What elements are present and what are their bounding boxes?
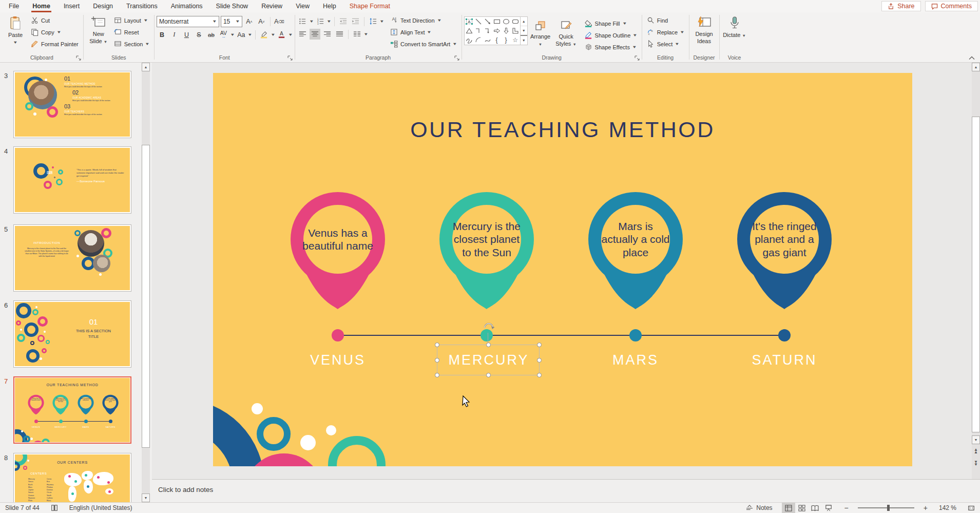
mercury-textbox-selection[interactable]: MERCURY bbox=[437, 345, 540, 375]
label-mercury[interactable]: MERCURY bbox=[422, 352, 555, 368]
numbering-dropdown-icon[interactable]: ▼ bbox=[326, 20, 332, 24]
slide-indicator[interactable]: Slide 7 of 44 bbox=[3, 503, 42, 513]
zoom-slider[interactable] bbox=[858, 507, 914, 508]
share-button[interactable]: Share bbox=[881, 1, 920, 11]
tab-shape-format[interactable]: Shape Format bbox=[343, 0, 397, 12]
character-spacing-dropdown-icon[interactable]: ▼ bbox=[230, 33, 235, 37]
section-button[interactable]: Section ▼ bbox=[111, 38, 152, 50]
new-slide-button[interactable]: NewSlide ▼ bbox=[86, 13, 111, 51]
gallery-down-icon[interactable]: ▼ bbox=[521, 26, 527, 35]
tab-insert[interactable]: Insert bbox=[57, 0, 86, 12]
rotation-handle-icon[interactable] bbox=[481, 321, 495, 334]
selection-handle-ne[interactable] bbox=[537, 343, 542, 347]
zoom-level[interactable]: 142 % bbox=[937, 503, 958, 513]
slide-editing-area[interactable]: OUR TEACHING METHOD Venus has a beautifu… bbox=[213, 73, 912, 466]
pin-shape-venus[interactable]: Venus has a beautiful name bbox=[286, 190, 389, 313]
change-case-button[interactable]: Aa bbox=[236, 29, 246, 40]
selection-handle-sw[interactable] bbox=[435, 373, 439, 377]
selection-handle-e[interactable] bbox=[537, 358, 542, 363]
tab-slide-show[interactable]: Slide Show bbox=[209, 0, 255, 12]
text-highlight-dropdown-icon[interactable]: ▼ bbox=[271, 33, 276, 37]
thumbnail-slide-7-selected[interactable]: OUR TEACHING METHOD Venus has a beautifu… bbox=[13, 376, 131, 444]
drawing-dialog-launcher[interactable] bbox=[635, 55, 640, 61]
slide-show-button[interactable] bbox=[822, 503, 835, 513]
select-button[interactable]: Select ▼ bbox=[644, 38, 687, 50]
layout-button[interactable]: Layout ▼ bbox=[111, 14, 152, 26]
tab-view[interactable]: View bbox=[289, 0, 316, 12]
rectangle-shape-icon[interactable] bbox=[492, 17, 502, 26]
shape-effects-button[interactable]: Shape Effects ▼ bbox=[582, 41, 640, 53]
oval-shape-icon[interactable] bbox=[502, 17, 511, 26]
tab-transitions[interactable]: Transitions bbox=[120, 0, 164, 12]
collapse-ribbon-icon[interactable] bbox=[969, 56, 975, 60]
canvas-vertical-scrollbar[interactable]: ▲ ▼ ▲▲ ▼▼ bbox=[972, 63, 980, 502]
thumbnail-slide-6[interactable]: 01 THIS IS A SECTION TITLE bbox=[13, 300, 131, 368]
pin-text-saturn[interactable]: It's the ringed planet and a gas giant bbox=[749, 203, 820, 275]
tab-help[interactable]: Help bbox=[316, 0, 343, 12]
font-color-dropdown-icon[interactable]: ▼ bbox=[288, 33, 293, 37]
label-venus[interactable]: VENUS bbox=[271, 352, 405, 368]
cut-button[interactable]: Cut bbox=[28, 14, 81, 26]
label-saturn[interactable]: SATURN bbox=[718, 352, 851, 368]
italic-button[interactable]: I bbox=[169, 29, 180, 40]
scribble-shape-icon[interactable] bbox=[465, 35, 474, 45]
timeline-dot-venus[interactable] bbox=[332, 329, 344, 341]
reading-view-button[interactable] bbox=[809, 503, 822, 513]
tab-review[interactable]: Review bbox=[255, 0, 289, 12]
align-left-button[interactable] bbox=[297, 29, 308, 40]
justify-button[interactable] bbox=[334, 29, 345, 40]
elbow-connector-icon[interactable] bbox=[474, 26, 483, 35]
pin-text-mars[interactable]: Mars is actually a cold place bbox=[600, 203, 671, 275]
decrease-font-size-button[interactable]: A˅ bbox=[256, 16, 267, 27]
copy-button[interactable]: Copy ▼ bbox=[28, 26, 81, 38]
change-case-dropdown-icon[interactable]: ▼ bbox=[247, 33, 253, 37]
left-brace-shape-icon[interactable]: { bbox=[492, 35, 502, 45]
line-shape-icon[interactable] bbox=[474, 17, 483, 26]
arrow-shape-icon[interactable] bbox=[483, 17, 492, 26]
slide-canvas[interactable]: OUR TEACHING METHOD Venus has a beautifu… bbox=[152, 63, 972, 502]
underline-button[interactable]: U bbox=[181, 29, 192, 40]
slide-sorter-view-button[interactable] bbox=[795, 503, 809, 513]
bold-button[interactable]: B bbox=[157, 29, 167, 40]
label-mars[interactable]: MARS bbox=[569, 352, 702, 368]
reset-button[interactable]: Reset bbox=[111, 26, 152, 38]
increase-font-size-button[interactable]: A˄ bbox=[244, 16, 255, 27]
paragraph-dialog-launcher[interactable] bbox=[454, 55, 459, 61]
format-painter-button[interactable]: Format Painter bbox=[28, 38, 81, 50]
selection-handle-se[interactable] bbox=[537, 373, 542, 377]
panel-scrollbar-thumb[interactable] bbox=[142, 145, 150, 448]
line-spacing-dropdown-icon[interactable]: ▼ bbox=[379, 20, 384, 24]
panel-scroll-down-icon[interactable]: ▼ bbox=[142, 493, 150, 502]
timeline-dot-mars[interactable] bbox=[629, 329, 642, 341]
next-slide-button[interactable]: ▼▼ bbox=[972, 459, 980, 468]
arc-shape-icon[interactable] bbox=[474, 35, 483, 45]
thumbnail-slide-5[interactable]: INTRODUCTION Mercury is the closest plan… bbox=[13, 224, 131, 292]
thumbnail-slide-4[interactable]: ⌨ “This is a quote. Words full of wisdom… bbox=[13, 146, 131, 214]
selection-handle-nw[interactable] bbox=[435, 343, 439, 347]
normal-view-button[interactable] bbox=[782, 503, 795, 513]
corner-shape-icon[interactable] bbox=[511, 26, 520, 35]
font-color-button[interactable]: A bbox=[276, 29, 287, 40]
clipboard-dialog-launcher[interactable] bbox=[76, 55, 81, 61]
align-right-button[interactable] bbox=[322, 29, 333, 40]
increase-indent-button[interactable] bbox=[350, 16, 361, 27]
pin-shape-saturn[interactable]: It's the ringed planet and a gas giant bbox=[733, 190, 836, 313]
bullets-dropdown-icon[interactable]: ▼ bbox=[309, 20, 314, 24]
selection-handle-s[interactable] bbox=[486, 373, 491, 377]
fit-slide-to-window-button[interactable] bbox=[966, 503, 977, 513]
zoom-out-button[interactable]: − bbox=[842, 503, 851, 513]
font-size-combo[interactable]: 15▼ bbox=[221, 16, 242, 27]
tab-home[interactable]: Home bbox=[26, 0, 57, 12]
slide-title[interactable]: OUR TEACHING METHOD bbox=[213, 117, 912, 142]
timeline-dot-saturn[interactable] bbox=[778, 329, 791, 341]
shadow-strike-button[interactable]: S bbox=[194, 29, 204, 40]
thumbnail-panel-scrollbar[interactable]: ▲ ▼ bbox=[142, 63, 150, 502]
text-highlight-button[interactable] bbox=[259, 29, 270, 40]
decrease-indent-button[interactable] bbox=[338, 16, 349, 27]
clear-formatting-button[interactable]: A⌫ bbox=[274, 16, 285, 27]
notes-placeholder[interactable]: Click to add notes bbox=[158, 486, 213, 493]
tab-file[interactable]: File bbox=[2, 0, 26, 12]
comments-button[interactable]: Comments bbox=[925, 1, 978, 11]
bullets-button[interactable] bbox=[297, 16, 308, 27]
pin-text-venus[interactable]: Venus has a beautiful name bbox=[302, 203, 373, 275]
